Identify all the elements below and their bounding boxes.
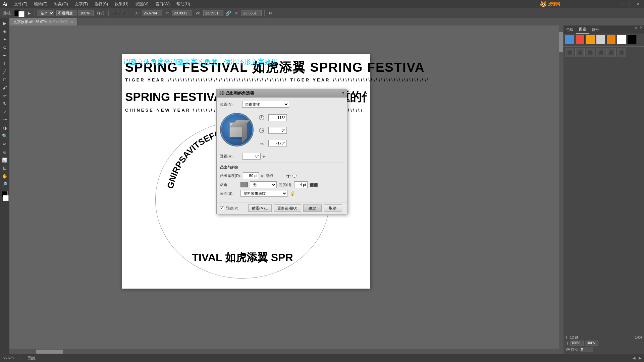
toolbar-w-input[interactable] bbox=[203, 10, 223, 16]
panel-close-btn[interactable]: ✕ bbox=[638, 25, 644, 34]
menu-object[interactable]: 对象(O) bbox=[53, 1, 69, 7]
bevel-select[interactable]: 无 bbox=[250, 181, 277, 188]
swatch-blue[interactable] bbox=[565, 35, 574, 44]
close-btn[interactable]: ✕ bbox=[635, 2, 641, 6]
direct-selection-tool[interactable]: ◈ bbox=[1, 27, 8, 35]
zoom-tool[interactable]: 🔎 bbox=[1, 180, 8, 188]
rotation-sphere-wrapper[interactable] bbox=[220, 113, 254, 146]
stroke-dropdown[interactable]: 基本 bbox=[38, 10, 54, 16]
swatch-orange2[interactable] bbox=[606, 35, 616, 44]
pt-row-1: T 12 pt 14:4 bbox=[566, 335, 642, 339]
eyedropper-tool[interactable]: 🔍 bbox=[1, 132, 8, 139]
background-color[interactable] bbox=[3, 195, 9, 201]
artboard-tool[interactable]: ⊡ bbox=[1, 164, 8, 172]
dialog-help-btn[interactable]: ? bbox=[342, 92, 344, 95]
toolbar-icons[interactable]: ⬛⬛⬛ bbox=[111, 10, 128, 16]
cap-radio-2[interactable] bbox=[292, 174, 297, 178]
rect-tool[interactable]: □ bbox=[1, 76, 8, 83]
horizontal-scrollbar[interactable] bbox=[9, 349, 559, 354]
menu-help[interactable]: 帮助(H) bbox=[175, 1, 192, 7]
depth-input[interactable] bbox=[243, 172, 259, 179]
menu-edit[interactable]: 编辑(E) bbox=[33, 1, 49, 7]
toolbar-x-input[interactable] bbox=[142, 10, 162, 16]
magic-wand-tool[interactable]: ✦ bbox=[1, 36, 8, 43]
pen-tool[interactable]: ✒ bbox=[1, 52, 8, 59]
align-left-btn[interactable]: ⬛ bbox=[565, 48, 574, 57]
map-btn[interactable]: 贴图(M)... bbox=[248, 204, 272, 212]
pt-input-3[interactable] bbox=[580, 347, 593, 352]
menu-file[interactable]: 文件(F) bbox=[13, 1, 29, 7]
cap-radio-1[interactable] bbox=[286, 174, 290, 178]
menu-effect[interactable]: 效果(U) bbox=[113, 1, 130, 7]
sign-tab[interactable]: 符号 bbox=[589, 25, 602, 34]
align-top-btn[interactable]: ⬛ bbox=[596, 48, 605, 57]
align-vcenter-btn[interactable]: ⬛ bbox=[606, 48, 616, 57]
column-chart-tool[interactable]: 📊 bbox=[1, 156, 8, 164]
menu-window[interactable]: 窗口(W) bbox=[154, 1, 171, 7]
preview-checkbox[interactable]: ✓ bbox=[220, 206, 224, 210]
depth-slider-icon[interactable]: ▸ bbox=[261, 172, 264, 179]
swatch-orange[interactable] bbox=[586, 35, 595, 44]
menu-view[interactable]: 视图(V) bbox=[134, 1, 150, 7]
swatch-white[interactable] bbox=[617, 35, 626, 44]
color-tab[interactable]: 色板 bbox=[564, 25, 576, 34]
gradient-tool[interactable]: ◑ bbox=[1, 124, 8, 131]
more-options-btn[interactable]: 更多选项(O) bbox=[274, 204, 301, 212]
rotation-sphere[interactable] bbox=[220, 113, 254, 146]
angle1-input[interactable] bbox=[268, 114, 287, 121]
pt-input-1[interactable] bbox=[570, 341, 584, 346]
horizontal-scroll-thumb[interactable] bbox=[36, 350, 63, 354]
link-icon[interactable]: 🔗 bbox=[225, 10, 231, 16]
maximize-btn[interactable]: □ bbox=[628, 2, 633, 6]
minimize-btn[interactable]: ─ bbox=[619, 2, 625, 6]
ok-btn[interactable]: 确定 bbox=[303, 204, 322, 212]
perspective-input[interactable] bbox=[242, 153, 261, 160]
height-input[interactable] bbox=[294, 181, 308, 188]
menu-text[interactable]: 文字(T) bbox=[73, 1, 89, 7]
swatch-black[interactable] bbox=[627, 35, 637, 44]
perspective-slider-icon[interactable]: ▸ bbox=[263, 153, 266, 160]
swatch-settings[interactable] bbox=[596, 35, 605, 44]
toolbar-h-input[interactable] bbox=[241, 10, 262, 16]
blend-tool[interactable]: ∞ bbox=[1, 140, 8, 147]
type-tool[interactable]: T bbox=[1, 60, 8, 67]
paintbrush-tool[interactable]: 🖌 bbox=[1, 84, 8, 91]
opacity-input[interactable] bbox=[78, 10, 94, 16]
menu-select[interactable]: 选择(S) bbox=[93, 1, 109, 7]
angle2-input[interactable] bbox=[268, 127, 287, 134]
selection-tool[interactable]: ▶ bbox=[1, 19, 8, 27]
panel-menu-btn[interactable]: ≡ bbox=[634, 25, 638, 34]
lasso-tool[interactable]: ⊂ bbox=[1, 44, 8, 51]
pencil-tool[interactable]: ✏ bbox=[1, 92, 8, 99]
tab-close-btn[interactable]: ✕ bbox=[70, 20, 73, 24]
angle-row-2 bbox=[258, 126, 287, 134]
pt-input-2[interactable] bbox=[585, 341, 598, 346]
surface-icon-btn[interactable]: 💡 bbox=[289, 191, 295, 196]
warp-tool[interactable]: 〜 bbox=[1, 116, 8, 123]
align-right-btn[interactable]: ⬛ bbox=[586, 48, 595, 57]
stroke-color-swatch[interactable] bbox=[18, 11, 24, 17]
vertical-scroll-thumb[interactable] bbox=[559, 32, 563, 52]
scroll-left-btn[interactable]: ◀ bbox=[633, 356, 635, 360]
line-tool[interactable]: ╱ bbox=[1, 68, 8, 75]
rotate-tool[interactable]: ↻ bbox=[1, 100, 8, 107]
swatch-red[interactable] bbox=[575, 35, 585, 44]
align-center-btn[interactable]: ⬛ bbox=[575, 48, 585, 57]
align-bottom-btn[interactable]: ⬛ bbox=[617, 48, 626, 57]
toolbar-more[interactable]: ⚙ bbox=[267, 10, 273, 16]
symbol-tab[interactable]: 图案 bbox=[576, 25, 589, 34]
surface-select[interactable]: 塑料效果底纹 bbox=[240, 190, 287, 197]
toolbar-y-input[interactable] bbox=[172, 10, 192, 16]
scroll-right-btn[interactable]: ▶ bbox=[639, 356, 641, 360]
position-select[interactable]: 自由旋转 bbox=[242, 101, 289, 108]
vertical-scrollbar[interactable] bbox=[559, 25, 564, 354]
active-tab[interactable]: 文字效果.ai* 66.67% (CMYK/预览) ✕ bbox=[9, 18, 77, 25]
hand-tool[interactable]: ✋ bbox=[1, 172, 8, 180]
symbol-tool[interactable]: ⊕ bbox=[1, 148, 8, 156]
toolbar-mode-icon[interactable]: ▶ bbox=[26, 10, 32, 16]
toolbar-divider-2 bbox=[108, 10, 109, 16]
bevel-icons[interactable]: ⬛⬛ bbox=[310, 183, 318, 187]
cancel-btn[interactable]: 取消 bbox=[324, 204, 342, 212]
scale-tool[interactable]: ⤢ bbox=[1, 108, 8, 115]
angle3-input[interactable] bbox=[268, 140, 287, 146]
